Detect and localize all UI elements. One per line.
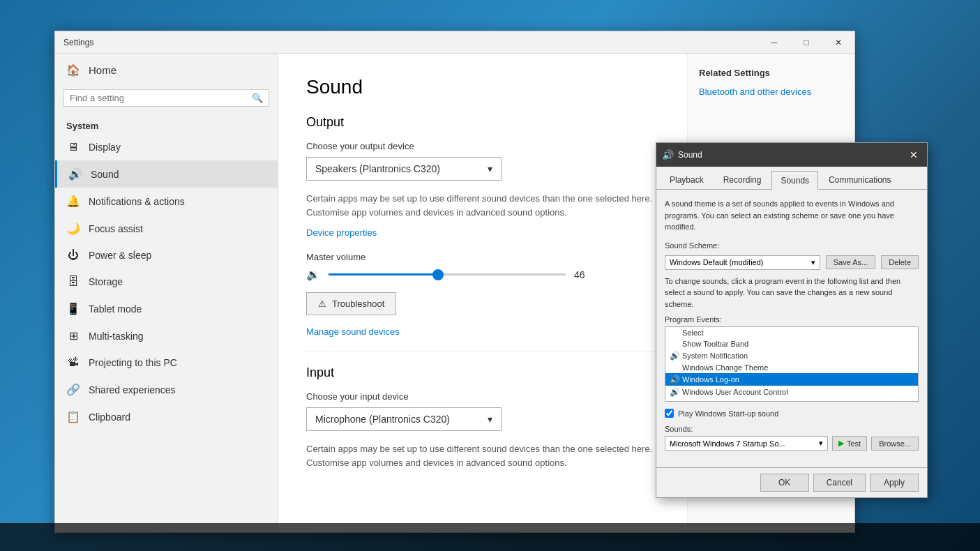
maximize-button[interactable]: □: [790, 31, 822, 54]
sidebar-item-notifications[interactable]: 🔔 Notifications & actions: [55, 188, 278, 215]
window-title: Settings: [63, 38, 93, 47]
home-icon: 🏠: [66, 63, 80, 77]
input-device-label: Choose your input device: [306, 391, 659, 402]
manage-sound-devices-link[interactable]: Manage sound devices: [306, 326, 659, 337]
sound-icon: 🔊: [68, 167, 82, 181]
sidebar-section-label: System: [55, 115, 278, 134]
output-device-dropdown[interactable]: Speakers (Plantronics C320) ▾: [306, 157, 502, 181]
input-dropdown-chevron-icon: ▾: [488, 414, 492, 425]
sidebar-home[interactable]: 🏠 Home: [55, 54, 278, 86]
search-box: 🔍: [63, 89, 269, 107]
dialog-body: A sound theme is a set of sounds applied…: [656, 190, 927, 467]
program-events-label: Program Events:: [665, 315, 919, 324]
event-label: System Notification: [682, 352, 748, 360]
sidebar-item-display[interactable]: 🖥 Display: [55, 134, 278, 160]
sidebar-item-focus[interactable]: 🌙 Focus assist: [55, 215, 278, 242]
event-item-uac[interactable]: 🔊 Windows User Account Control: [665, 386, 918, 398]
sounds-row: Microsoft Windows 7 Startup So... ▾ ▶ Te…: [665, 436, 919, 451]
sidebar-item-label: Power & sleep: [89, 250, 151, 261]
sound-scheme-combo[interactable]: Windows Default (modified) ▾: [665, 255, 820, 270]
play-startup-label[interactable]: Play Windows Start-up sound: [678, 409, 778, 418]
clipboard-icon: 📋: [66, 410, 80, 423]
troubleshoot-button[interactable]: ⚠ Troubleshoot: [306, 292, 396, 315]
play-startup-row: Play Windows Start-up sound: [665, 409, 919, 418]
display-icon: 🖥: [66, 141, 80, 153]
power-icon: ⏻: [66, 249, 80, 262]
troubleshoot-label: Troubleshoot: [332, 299, 384, 309]
tab-playback[interactable]: Playback: [661, 171, 713, 189]
event-item-change-theme[interactable]: Windows Change Theme: [665, 362, 918, 373]
program-events-list[interactable]: Select Show Toolbar Band 🔊 System Notifi…: [665, 326, 919, 402]
sidebar-item-multitasking[interactable]: ⊞ Multi-tasking: [55, 322, 278, 349]
sidebar-item-projecting[interactable]: 📽 Projecting to this PC: [55, 349, 278, 376]
event-label: Windows User Account Control: [682, 388, 788, 396]
event-item-select[interactable]: Select: [665, 327, 918, 338]
sound-scheme-value: Windows Default (modified): [670, 258, 764, 266]
browse-button[interactable]: Browse...: [871, 437, 919, 451]
sounds-value: Microsoft Windows 7 Startup So...: [670, 439, 785, 448]
close-button[interactable]: ✕: [822, 31, 854, 54]
separator: [306, 351, 659, 352]
dialog-title-bar: 🔊 Sound ✕: [656, 143, 927, 167]
input-device-dropdown[interactable]: Microphone (Plantronics C320) ▾: [306, 407, 502, 431]
search-input[interactable]: [70, 93, 252, 103]
bluetooth-link[interactable]: Bluetooth and other devices: [699, 86, 843, 97]
play-startup-checkbox[interactable]: [665, 409, 674, 418]
sound-scheme-controls: Windows Default (modified) ▾ Save As... …: [665, 255, 919, 270]
delete-button[interactable]: Delete: [881, 255, 919, 269]
event-item-toolbar[interactable]: Show Toolbar Band: [665, 338, 918, 349]
minimize-button[interactable]: ─: [758, 31, 790, 54]
device-properties-link[interactable]: Device properties: [306, 227, 659, 238]
sidebar-item-label: Shared experiences: [89, 384, 176, 395]
save-as-button[interactable]: Save As...: [826, 255, 876, 269]
volume-value: 46: [574, 269, 595, 280]
title-bar-controls: ─ □ ✕: [758, 31, 854, 54]
output-device-value: Speakers (Plantronics C320): [315, 163, 440, 174]
test-button[interactable]: ▶ Test: [832, 436, 867, 451]
multitasking-icon: ⊞: [66, 329, 80, 342]
sound-dialog: 🔊 Sound ✕ Playback Recording Sounds Comm…: [656, 142, 928, 498]
event-sound-icon: 🔊: [670, 351, 679, 361]
sidebar-item-sound[interactable]: 🔊 Sound: [55, 160, 278, 188]
notifications-icon: 🔔: [66, 195, 80, 208]
sound-scheme-row: Sound Scheme:: [665, 241, 919, 250]
event-item-log-on[interactable]: 🔊 Windows Log-on: [665, 373, 918, 386]
warning-icon: ⚠: [318, 299, 326, 309]
sidebar-item-label: Projecting to this PC: [89, 357, 177, 368]
cancel-button[interactable]: Cancel: [813, 474, 866, 492]
sidebar: 🏠 Home 🔍 System 🖥 Display 🔊 Sound 🔔 Noti…: [55, 54, 278, 532]
input-info-text: Certain apps may be set up to use differ…: [306, 442, 659, 469]
sounds-combo[interactable]: Microsoft Windows 7 Startup So... ▾: [665, 436, 828, 451]
dialog-footer: OK Cancel Apply: [656, 467, 927, 497]
tab-communications[interactable]: Communications: [820, 171, 900, 189]
dialog-title-left: 🔊 Sound: [662, 149, 702, 160]
shared-icon: 🔗: [66, 383, 80, 396]
storage-icon: 🗄: [66, 276, 80, 288]
ok-button[interactable]: OK: [760, 474, 809, 492]
tab-sounds[interactable]: Sounds: [771, 171, 818, 190]
sidebar-item-clipboard[interactable]: 📋 Clipboard: [55, 403, 278, 430]
volume-section: Master volume 🔉 46: [306, 252, 659, 281]
sidebar-item-tablet[interactable]: 📱 Tablet mode: [55, 295, 278, 322]
sidebar-item-label: Tablet mode: [89, 303, 142, 315]
volume-slider[interactable]: [329, 273, 566, 276]
sidebar-item-shared[interactable]: 🔗 Shared experiences: [55, 376, 278, 403]
event-item-sys-notify[interactable]: 🔊 System Notification: [665, 349, 918, 362]
page-title: Sound: [306, 76, 659, 98]
apply-button[interactable]: Apply: [870, 474, 919, 492]
play-icon: ▶: [838, 439, 844, 448]
dialog-close-button[interactable]: ✕: [906, 147, 921, 163]
sidebar-item-power[interactable]: ⏻ Power & sleep: [55, 242, 278, 269]
output-info-text: Certain apps may be set up to use differ…: [306, 192, 659, 219]
tab-recording[interactable]: Recording: [714, 171, 771, 189]
volume-row: 🔉 46: [306, 268, 659, 281]
event-label: Select: [682, 329, 704, 337]
event-label: Show Toolbar Band: [682, 340, 748, 348]
sidebar-item-label: Multi-tasking: [89, 331, 144, 342]
sounds-label: Sounds:: [665, 425, 919, 433]
sidebar-item-label: Sound: [91, 169, 119, 180]
projecting-icon: 📽: [66, 356, 80, 369]
home-label: Home: [89, 64, 116, 76]
title-bar: Settings ─ □ ✕: [55, 31, 854, 54]
sidebar-item-storage[interactable]: 🗄 Storage: [55, 269, 278, 295]
